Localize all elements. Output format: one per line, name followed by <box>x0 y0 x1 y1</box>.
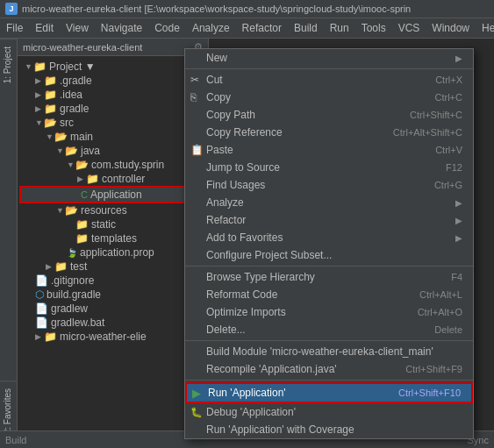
tree-arrow: ▶ <box>46 262 54 271</box>
ctx-shortcut: F4 <box>451 272 462 282</box>
tree-item-com-study[interactable]: ▼ 📂 com.study.sprin <box>18 158 208 172</box>
ctx-paste[interactable]: 📋 Paste Ctrl+V <box>185 141 473 159</box>
ctx-shortcut: Ctrl+Shift+F9 <box>405 364 462 374</box>
folder-icon: 📁 <box>75 218 89 231</box>
tree-label: com.study.sprin <box>91 159 164 171</box>
tree-item-gradlew-bat[interactable]: 📄 gradlew.bat <box>18 316 208 330</box>
folder-icon: 📂 <box>65 204 78 217</box>
ctx-sep4 <box>185 380 473 380</box>
tree-item-resources[interactable]: ▼ 📂 resources <box>18 203 208 217</box>
menu-build[interactable]: Build <box>288 20 324 36</box>
tree-label: templates <box>91 232 137 245</box>
tree-item-src[interactable]: ▼ 📂 src <box>18 116 208 130</box>
file-icon: 📄 <box>35 274 48 287</box>
tree-item-build-gradle[interactable]: ⬡ build.gradle <box>18 288 208 302</box>
ctx-jump[interactable]: Jump to Source F12 <box>185 159 473 176</box>
tree-item-gitignore[interactable]: 📄 .gitignore <box>18 274 208 288</box>
tree-item-gradlew[interactable]: 📄 gradlew <box>18 302 208 316</box>
ctx-cut[interactable]: ✂ Cut Ctrl+X <box>185 71 473 89</box>
menu-bar: File Edit View Navigate Code Analyze Ref… <box>0 18 494 39</box>
ctx-build-module[interactable]: Build Module 'micro-weather-eureka-clien… <box>185 343 473 360</box>
ctx-sep2 <box>185 266 473 267</box>
ctx-debug-application[interactable]: 🐛 Debug 'Application' <box>185 403 473 421</box>
folder-icon: 📂 <box>75 159 89 171</box>
ctx-shortcut: Ctrl+Shift+C <box>410 110 462 120</box>
tree-arrow: ▼ <box>67 160 75 169</box>
tree-label: resources <box>81 204 127 217</box>
ctx-shortcut: Ctrl+Alt+Shift+C <box>393 127 462 138</box>
tree-item-project[interactable]: ▼ 📁 Project ▼ <box>18 60 208 74</box>
tree-item-idea[interactable]: ▶ 📁 .idea <box>18 88 208 102</box>
ctx-recompile[interactable]: Recompile 'Application.java' Ctrl+Shift+… <box>185 360 473 378</box>
menu-navigate[interactable]: Navigate <box>95 20 148 36</box>
left-tabs: 1: Project 2: Favorites <box>0 39 18 441</box>
tree-item-gradle-hidden[interactable]: ▶ 📁 .gradle <box>18 74 208 88</box>
ctx-copy[interactable]: ⎘ Copy Ctrl+C <box>185 89 473 106</box>
ctx-new[interactable]: New ▶ <box>185 49 473 67</box>
panel-header: micro-weather-eureka-client ⚙ <box>18 39 208 56</box>
ctx-run-application[interactable]: ▶ Run 'Application' Ctrl+Shift+F10 <box>185 382 473 403</box>
ctx-copy-path[interactable]: Copy Path Ctrl+Shift+C <box>185 106 473 124</box>
menu-run[interactable]: Run <box>324 20 355 36</box>
ctx-sep3 <box>185 340 473 341</box>
ctx-analyze[interactable]: Analyze ▶ <box>185 194 473 211</box>
title-text: micro-weather-eureka-client [E:\workspac… <box>22 4 411 14</box>
ctx-refactor[interactable]: Refactor ▶ <box>185 211 473 229</box>
tree-label: build.gradle <box>47 288 101 301</box>
menu-help[interactable]: He <box>476 20 494 36</box>
tree-area: ▼ 📁 Project ▼ ▶ 📁 .gradle ▶ 📁 .idea ▶ 📁 … <box>18 56 208 441</box>
tree-item-controller[interactable]: ▶ 📁 controller <box>18 172 208 186</box>
ctx-label: Cut <box>206 74 223 86</box>
tree-item-micro-weather[interactable]: ▶ 📁 micro-weather-elie <box>18 330 208 344</box>
tree-item-gradle[interactable]: ▶ 📁 gradle <box>18 102 208 116</box>
scissors-icon: ✂ <box>190 74 199 86</box>
left-tab-project[interactable]: 1: Project <box>0 39 17 90</box>
ctx-label: Run 'Application' <box>208 387 286 399</box>
tree-item-templates[interactable]: 📁 templates <box>18 231 208 245</box>
ctx-find-usages[interactable]: Find Usages Ctrl+G <box>185 176 473 194</box>
ctx-run-coverage[interactable]: Run 'Application' with Coverage <box>185 421 473 438</box>
ctx-add-favorites[interactable]: Add to Favorites ▶ <box>185 229 473 246</box>
tree-item-app-prop[interactable]: 🍃 application.prop <box>18 245 208 260</box>
tree-label: gradlew.bat <box>51 316 104 329</box>
tree-label: java <box>81 145 100 157</box>
tree-label: .gradle <box>60 75 92 87</box>
tree-arrow: ▶ <box>77 174 86 183</box>
ctx-shortcut: Ctrl+V <box>435 145 462 155</box>
menu-file[interactable]: File <box>0 20 29 36</box>
ctx-config-subset[interactable]: Configure Project Subset... <box>185 246 473 264</box>
ctx-optimize[interactable]: Optimize Imports Ctrl+Alt+O <box>185 303 473 321</box>
ctx-label: Recompile 'Application.java' <box>206 363 337 375</box>
menu-view[interactable]: View <box>60 20 95 36</box>
menu-tools[interactable]: Tools <box>355 20 392 36</box>
ctx-label: Find Usages <box>206 179 265 191</box>
tree-label: src <box>60 117 74 129</box>
ctx-shortcut: Ctrl+C <box>435 92 462 103</box>
tree-item-main[interactable]: ▼ 📂 main <box>18 130 208 144</box>
ctx-sep1 <box>185 68 473 69</box>
tree-item-static[interactable]: 📁 static <box>18 217 208 231</box>
ctx-label: Delete... <box>206 324 246 336</box>
menu-refactor[interactable]: Refactor <box>236 20 288 36</box>
ctx-delete[interactable]: Delete... Delete <box>185 321 473 338</box>
ctx-browse-hierarchy[interactable]: Browse Type Hierarchy F4 <box>185 268 473 286</box>
folder-icon: 📁 <box>75 232 89 245</box>
ctx-reformat[interactable]: Reformat Code Ctrl+Alt+L <box>185 286 473 303</box>
tree-item-application[interactable]: C Application <box>19 186 206 203</box>
menu-window[interactable]: Window <box>426 20 476 36</box>
bottom-build-label[interactable]: Build <box>5 435 26 445</box>
tree-item-test[interactable]: ▶ 📁 test <box>18 260 208 274</box>
ctx-copy-reference[interactable]: Copy Reference Ctrl+Alt+Shift+C <box>185 124 473 141</box>
file-icon: 📄 <box>35 316 48 329</box>
menu-analyze[interactable]: Analyze <box>186 20 236 36</box>
folder-icon: 📁 <box>54 260 68 273</box>
folder-icon: 📁 <box>44 331 57 343</box>
menu-edit[interactable]: Edit <box>29 20 60 36</box>
tree-item-java[interactable]: ▼ 📂 java <box>18 144 208 158</box>
debug-icon: 🐛 <box>190 407 203 418</box>
menu-vcs[interactable]: VCS <box>392 20 426 36</box>
menu-code[interactable]: Code <box>148 20 186 36</box>
folder-icon: 📂 <box>54 131 68 143</box>
ctx-shortcut: Ctrl+Alt+O <box>418 307 462 317</box>
context-menu: New ▶ ✂ Cut Ctrl+X ⎘ Copy Ctrl+C Copy Pa… <box>184 48 474 439</box>
